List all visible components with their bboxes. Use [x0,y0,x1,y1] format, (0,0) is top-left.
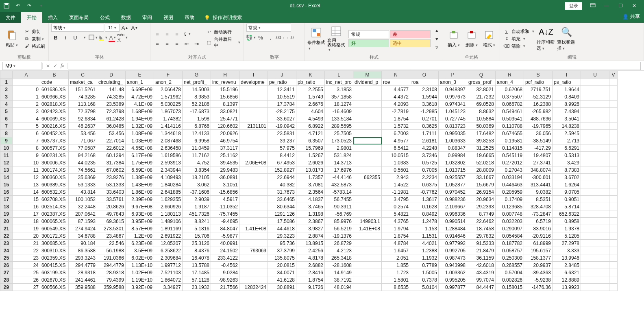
cell[interactable]: 8 [13,144,40,152]
cell[interactable]: 4.5493 [296,115,325,122]
cell[interactable]: 0.977992 [439,240,467,247]
cell[interactable]: 18.1274 [325,101,353,108]
cell[interactable]: 300310.XS [40,247,69,254]
cell[interactable]: 662355 [353,174,382,181]
cell[interactable]: 0.187782 [496,240,524,247]
cell[interactable]: 20.8626 [97,203,126,210]
cell[interactable]: 4 [13,115,40,122]
cell[interactable]: 5.8714 [553,203,581,210]
cell[interactable]: 0.5725 [410,159,439,166]
cell[interactable]: 1.5801 [382,276,410,284]
cell[interactable]: -1476.36 [524,284,553,291]
cell[interactable]: 37.3117 [211,144,239,152]
col-header-R[interactable]: R [496,71,524,79]
cell[interactable]: 0.054584 [496,232,524,240]
cell[interactable]: 9.67E+08 [126,203,154,210]
row-header-17[interactable]: 17 [0,196,13,203]
cell[interactable]: 14.5003 [183,86,211,93]
cell[interactable]: 26 [13,276,40,284]
cell[interactable]: 2.691922 [154,232,183,240]
row-header-23[interactable]: 23 [0,240,13,247]
cell[interactable]: 1.9644 [553,86,581,93]
cell[interactable] [353,269,382,276]
orientation-icon[interactable]: ⤹ [182,30,191,38]
qat-dropdown-icon[interactable] [37,2,44,9]
cell[interactable] [581,108,609,115]
cell[interactable]: inc_net_pro [325,79,353,86]
cell[interactable]: -9.4695 [211,218,239,225]
cell[interactable]: 79.4399 [97,276,126,284]
cell[interactable] [581,122,609,130]
style-bad[interactable]: 差 [390,30,431,38]
cell[interactable]: 600966.XS [40,93,69,101]
cell[interactable]: 25.1162 [211,152,239,159]
conditional-formatting-button[interactable]: 条件格式 [307,27,326,50]
cell[interactable] [581,188,609,196]
cell[interactable]: 15.5196 [211,86,239,93]
cell[interactable]: 14.8238 [553,122,581,130]
cell[interactable]: 17.1485 [183,269,211,276]
cell[interactable]: 141.48 [97,86,126,93]
cell[interactable]: 1291.126 [268,210,296,218]
cell[interactable]: 15.706 [183,232,211,240]
cell[interactable] [239,240,268,247]
cell[interactable]: 90.184 [69,240,97,247]
cell[interactable]: 33.6465 [268,196,296,203]
increase-decimal-button[interactable]: .00→ [276,33,285,42]
cell[interactable]: 4.1837 [296,196,325,203]
paste-button[interactable]: 粘贴 [2,29,21,48]
row-header-22[interactable]: 22 [0,232,13,240]
cell[interactable]: 36.056 [524,130,553,137]
cell[interactable]: 531.824 [325,152,353,159]
cell[interactable]: 0.268557 [496,262,524,269]
cell[interactable]: 22.6462 [467,218,496,225]
cell[interactable]: 22.6012 [97,144,126,152]
cell[interactable]: 12.4133 [183,130,211,137]
cell[interactable]: 000065.XS [40,218,69,225]
cell[interactable]: 1.74382 [154,115,183,122]
cell[interactable]: 1.414116 [154,122,183,130]
cell[interactable]: 1.003362 [439,269,467,276]
cell[interactable]: 2.8416 [296,269,325,276]
cell[interactable] [353,86,382,93]
cell[interactable]: 32.2448 [69,203,97,210]
minimize-icon[interactable]: — [603,2,610,9]
cell[interactable]: 8.6535 [382,284,410,291]
cell[interactable] [353,137,382,144]
align-middle-icon[interactable]: ≡ [163,30,172,38]
cell[interactable]: 6.9958 [183,137,211,144]
cell[interactable]: 2.641885 [154,188,183,196]
col-header-C[interactable]: C [69,71,97,79]
cell[interactable]: 0.2574 [382,203,410,210]
cell[interactable]: 1.32E+09 [126,122,154,130]
cell[interactable]: 173.0523 [325,137,353,144]
cell[interactable] [353,144,382,152]
cell[interactable]: 3.34927 [154,284,183,291]
cell[interactable] [609,137,618,144]
cell[interactable]: 0.997877 [439,284,467,291]
cell[interactable]: 6.59E+08 [126,166,154,174]
cell[interactable]: -52.3129 [524,93,553,101]
cell[interactable] [353,108,382,115]
cell[interactable] [609,174,618,181]
cell[interactable]: 5.0104 [410,284,439,291]
row-header-12[interactable]: 12 [0,159,13,166]
cell[interactable] [609,101,618,108]
cell[interactable]: 6.23E+08 [126,240,154,247]
cell[interactable]: 1.9378 [553,225,581,232]
cell[interactable]: 2.5945 [553,130,581,137]
cell[interactable]: 8.1397 [211,101,239,108]
cell[interactable] [239,101,268,108]
col-header-E[interactable]: E [126,71,154,79]
cell[interactable]: 191.0366 [97,254,126,262]
cell[interactable]: 6.8766 [183,122,211,130]
cell[interactable]: 348.8074 [524,166,553,174]
cell[interactable]: 600415.XS [40,262,69,269]
cell[interactable]: 0.033194 [496,174,524,181]
cell[interactable]: 1.19E+10 [126,276,154,284]
cell[interactable]: 16.4078 [183,254,211,262]
row-header-28[interactable]: 28 [0,276,13,284]
cell[interactable]: 0.727745 [439,115,467,122]
close-icon[interactable]: ✕ [631,2,637,9]
cell[interactable]: 29.7832 [467,232,496,240]
